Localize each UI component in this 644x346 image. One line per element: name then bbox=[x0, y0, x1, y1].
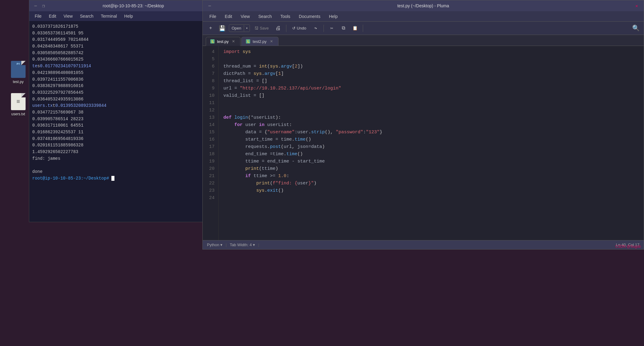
pluma-menu-documents[interactable]: Documents bbox=[295, 13, 324, 20]
toolbar-sep-1 bbox=[286, 25, 286, 32]
code-editor-content[interactable]: import sys thread_num = int(sys.argv[2])… bbox=[219, 46, 644, 240]
users-txt-label: users.txt bbox=[11, 112, 25, 116]
pluma-titlebar: — test.py (~/Desktop) - Pluma ✕ bbox=[203, 0, 644, 11]
terminal-output-line: 0.036405324935913086 bbox=[32, 96, 226, 103]
status-tab-width[interactable]: Tab Width: 4 ▾ bbox=[230, 243, 255, 247]
undo-label: Undo bbox=[297, 26, 306, 30]
terminal-output-line: 0.016862392425537 11 bbox=[32, 129, 226, 136]
terminal-output-line: 1.4592926502227783 bbox=[32, 149, 226, 156]
pluma-menu-help[interactable]: Help bbox=[325, 13, 341, 20]
terminal-menu-edit[interactable]: Edit bbox=[46, 12, 59, 20]
terminal-output-line: 0.03174449569 70214844 bbox=[32, 37, 226, 43]
terminal-output-line: 0.039724111557006836 bbox=[32, 76, 226, 83]
terminal-output-line: 0.033225297927856445 bbox=[32, 89, 226, 96]
desktop-icon-test-py[interactable]: PY test.py bbox=[6, 61, 30, 84]
search-button[interactable]: 🔍 bbox=[631, 23, 641, 33]
terminal-output-line: 0.020161151885986328 bbox=[32, 142, 226, 149]
new-file-button[interactable]: + bbox=[206, 23, 215, 33]
watermark: CSDN @Sugob bbox=[615, 244, 641, 249]
terminal-win-controls: — ❐ bbox=[33, 3, 46, 9]
terminal-output-line: 0.038362979888916016 bbox=[32, 83, 226, 89]
terminal-body[interactable]: 0.0337371826171875 0.033653736114501 95 … bbox=[29, 21, 229, 222]
pluma-window: — test.py (~/Desktop) - Pluma ✕ File Edi… bbox=[202, 0, 644, 250]
terminal-output-line: 0.0337371826171875 bbox=[32, 23, 226, 30]
line-numbers: 4 5 6 7 8 9 10 11 12 13 14 15 16 17 18 1… bbox=[203, 46, 219, 240]
print-button[interactable]: 🖨 bbox=[273, 23, 283, 33]
terminal-window: — ❐ root@ip-10-10-85-23: ~/Desktop ✕ Fil… bbox=[29, 0, 230, 222]
pluma-menu-tools[interactable]: Tools bbox=[277, 13, 294, 20]
terminal-menu-file[interactable]: File bbox=[32, 12, 45, 20]
cut-button[interactable]: ✂ bbox=[327, 23, 337, 33]
tab-test-py-close[interactable]: ✕ bbox=[231, 39, 236, 44]
terminal-output-line: 0.042848348617 55371 bbox=[32, 43, 226, 50]
terminal-menubar: File Edit View Search Terminal Help bbox=[29, 11, 229, 21]
save-button[interactable]: 🖫 Save bbox=[252, 24, 271, 32]
terminal-menu-terminal[interactable]: Terminal bbox=[98, 12, 120, 20]
terminal-prompt-line: root@ip-10-10-85-23:~/Desktop# bbox=[32, 175, 226, 182]
language-label: Python bbox=[207, 243, 219, 247]
pluma-menubar: File Edit View Search Tools Documents He… bbox=[203, 11, 644, 22]
terminal-output-line: 0.036317110061 64551 bbox=[32, 122, 226, 129]
tab-test-py-label: test.py bbox=[217, 39, 229, 44]
tab-test-py[interactable]: 🐍 test.py ✕ bbox=[206, 37, 240, 46]
paste-button[interactable]: 📋 bbox=[350, 23, 360, 33]
tab-width-label: Tab Width: 4 bbox=[230, 243, 252, 247]
pluma-menu-edit[interactable]: Edit bbox=[221, 13, 236, 20]
terminal-menu-help[interactable]: Help bbox=[121, 12, 136, 20]
pluma-editor[interactable]: 4 5 6 7 8 9 10 11 12 13 14 15 16 17 18 1… bbox=[203, 46, 644, 240]
pluma-statusbar: Python ▾ | Tab Width: 4 ▾ | Ln 40, Col 1… bbox=[203, 240, 644, 249]
terminal-prompt: root@ip-10-10-85-23:~/Desktop# bbox=[32, 176, 109, 181]
terminal-output-line: 0.034772157669067 38 bbox=[32, 109, 226, 116]
toolbar-sep-2 bbox=[324, 25, 324, 32]
test-py-icon: PY bbox=[11, 61, 26, 78]
pluma-menu-file[interactable]: File bbox=[206, 13, 220, 20]
test-py-label: test.py bbox=[13, 80, 23, 84]
users-txt-icon: ≡ bbox=[11, 93, 26, 110]
terminal-output-line: 0.033653736114501 95 bbox=[32, 30, 226, 37]
terminal-output-line: users.txt0.013953208923339844 bbox=[32, 103, 226, 109]
status-language[interactable]: Python ▾ bbox=[207, 243, 222, 247]
redo-button[interactable]: ↷ bbox=[311, 23, 320, 33]
terminal-titlebar: — ❐ root@ip-10-10-85-23: ~/Desktop ✕ bbox=[29, 0, 229, 11]
terminal-output-done: done bbox=[32, 169, 226, 175]
language-dropdown-arrow[interactable]: ▾ bbox=[220, 243, 222, 247]
pluma-title: test.py (~/Desktop) - Pluma bbox=[212, 3, 634, 8]
tab-test2-py-label: test2.py bbox=[253, 39, 267, 44]
save-file-toolbar-button[interactable]: 💾 bbox=[217, 23, 227, 33]
open-button[interactable]: Open bbox=[229, 25, 244, 32]
tab-test2-py[interactable]: 🐍 test2.py ✕ bbox=[241, 37, 278, 46]
pluma-win-controls-left: — bbox=[207, 3, 212, 9]
terminal-output-line: 0.042198896408081055 bbox=[32, 70, 226, 76]
toolbar-sep-3 bbox=[363, 25, 363, 32]
save-label: Save bbox=[260, 26, 269, 30]
pluma-toolbar: + 💾 Open ▾ 🖫 Save 🖨 ↺ Undo ↷ ✂ ⧉ bbox=[203, 22, 644, 35]
undo-button[interactable]: ↺ Undo bbox=[289, 24, 309, 32]
pluma-menu-view[interactable]: View bbox=[237, 13, 254, 20]
tab-test2-py-close[interactable]: ✕ bbox=[269, 39, 274, 44]
test-py-tab-icon: 🐍 bbox=[210, 39, 215, 44]
pluma-tabs: 🐍 test.py ✕ 🐍 test2.py ✕ bbox=[203, 35, 644, 46]
copy-button[interactable]: ⧉ bbox=[338, 23, 348, 33]
open-file-group: Open ▾ bbox=[229, 24, 250, 32]
pluma-win-controls-right: ✕ bbox=[634, 3, 639, 9]
pluma-minimize-btn[interactable]: — bbox=[207, 3, 212, 9]
tab-width-dropdown-arrow[interactable]: ▾ bbox=[253, 243, 255, 247]
pluma-menu-search[interactable]: Search bbox=[255, 13, 275, 20]
terminal-minimize-btn[interactable]: — bbox=[33, 3, 38, 9]
open-dropdown-arrow[interactable]: ▾ bbox=[244, 25, 250, 31]
pluma-close-btn[interactable]: ✕ bbox=[634, 3, 639, 9]
terminal-output-line: 0.039905786514 28223 bbox=[32, 116, 226, 123]
desktop-icons: PY test.py ≡ users.txt bbox=[6, 61, 30, 116]
terminal-menu-view[interactable]: View bbox=[61, 12, 76, 20]
terminal-title: root@ip-10-10-85-23: ~/Desktop bbox=[46, 3, 220, 8]
terminal-output-line: 0.037481069564819336 bbox=[32, 136, 226, 142]
terminal-output-line: 0.030585050582885742 bbox=[32, 50, 226, 57]
terminal-cursor bbox=[111, 176, 114, 181]
terminal-output-line: tes0.017702341079711914 bbox=[32, 63, 226, 70]
terminal-output-find: find: james bbox=[32, 156, 226, 162]
terminal-menu-search[interactable]: Search bbox=[77, 12, 96, 20]
test2-py-tab-icon: 🐍 bbox=[246, 39, 250, 44]
terminal-maximize-btn[interactable]: ❐ bbox=[41, 3, 46, 9]
desktop-icon-users-txt[interactable]: ≡ users.txt bbox=[6, 93, 30, 116]
terminal-output-line: 0.034366607666015625 bbox=[32, 56, 226, 63]
